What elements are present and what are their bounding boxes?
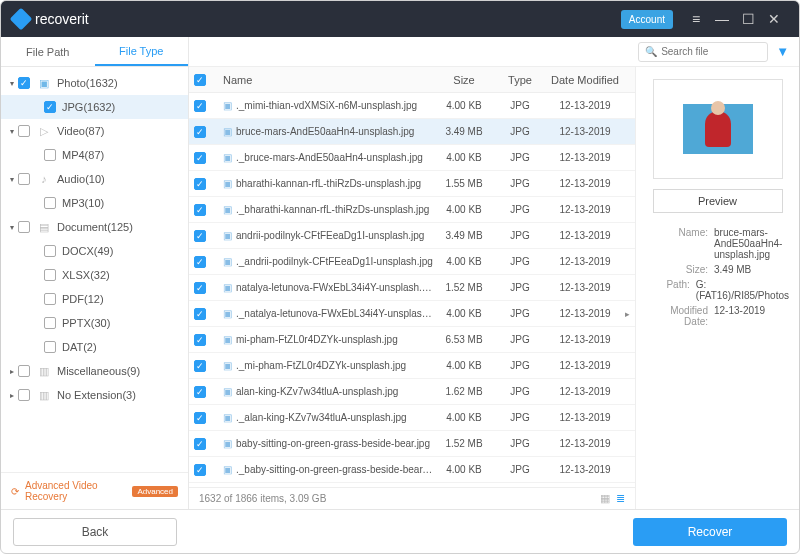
col-type[interactable]: Type — [495, 74, 545, 86]
row-checkbox[interactable] — [194, 282, 206, 294]
col-date[interactable]: Date Modified — [545, 74, 625, 86]
image-icon: ▣ — [223, 464, 232, 475]
tree-item[interactable]: ▾▤Document(125) — [1, 215, 188, 239]
table-row[interactable]: ▣bruce-mars-AndE50aaHn4-unsplash.jpg3.49… — [189, 119, 635, 145]
file-name: ._mimi-thian-vdXMSiX-n6M-unsplash.jpg — [236, 100, 417, 111]
tree-label: JPG(1632) — [62, 101, 115, 113]
row-checkbox[interactable] — [194, 412, 206, 424]
advanced-video-recovery[interactable]: ⟳ Advanced Video Recovery Advanced — [1, 472, 188, 509]
tree-checkbox[interactable] — [44, 197, 56, 209]
tree-item[interactable]: PDF(12) — [1, 287, 188, 311]
row-checkbox[interactable] — [194, 256, 206, 268]
tree-item[interactable]: MP3(10) — [1, 191, 188, 215]
table-row[interactable]: ▣._baby-sitting-on-green-grass-beside-be… — [189, 457, 635, 483]
tree-checkbox[interactable] — [18, 389, 30, 401]
file-size: 1.52 MB — [433, 282, 495, 293]
row-checkbox[interactable] — [194, 438, 206, 450]
row-checkbox[interactable] — [194, 464, 206, 476]
tree-checkbox[interactable] — [18, 125, 30, 137]
close-icon[interactable]: ✕ — [761, 11, 787, 27]
context-caret-icon[interactable]: ▸ — [625, 309, 635, 319]
caret-icon[interactable]: ▸ — [7, 367, 17, 376]
caret-icon[interactable]: ▸ — [7, 391, 17, 400]
grid-view-icon[interactable]: ▦ — [600, 492, 610, 505]
tab-file-type[interactable]: File Type — [95, 37, 189, 66]
col-size[interactable]: Size — [433, 74, 495, 86]
tree-item[interactable]: XLSX(32) — [1, 263, 188, 287]
table-row[interactable]: ▣._bruce-mars-AndE50aaHn4-unsplash.jpg4.… — [189, 145, 635, 171]
tree-item[interactable]: ▾▷Video(87) — [1, 119, 188, 143]
table-row[interactable]: ▣andrii-podilnyk-CFtFEeaDg1I-unsplash.jp… — [189, 223, 635, 249]
tree-item[interactable]: ▸▥Miscellaneous(9) — [1, 359, 188, 383]
brand-text: recoverit — [35, 11, 89, 27]
caret-icon[interactable]: ▾ — [7, 223, 17, 232]
table-row[interactable]: ▣natalya-letunova-FWxEbL34i4Y-unsplash.j… — [189, 275, 635, 301]
tree-checkbox[interactable] — [44, 269, 56, 281]
row-checkbox[interactable] — [194, 126, 206, 138]
table-row[interactable]: ▣bharathi-kannan-rfL-thiRzDs-unsplash.jp… — [189, 171, 635, 197]
tree-item[interactable]: PPTX(30) — [1, 311, 188, 335]
list-body[interactable]: ▣._mimi-thian-vdXMSiX-n6M-unsplash.jpg4.… — [189, 93, 635, 487]
tree-checkbox[interactable] — [44, 317, 56, 329]
row-checkbox[interactable] — [194, 152, 206, 164]
tree-checkbox[interactable] — [18, 365, 30, 377]
file-size: 4.00 KB — [433, 412, 495, 423]
tree-checkbox[interactable] — [44, 149, 56, 161]
tree-item[interactable]: ▾♪Audio(10) — [1, 167, 188, 191]
search-box[interactable]: 🔍 — [638, 42, 768, 62]
tree-checkbox[interactable] — [18, 173, 30, 185]
table-row[interactable]: ▣mi-pham-FtZL0r4DZYk-unsplash.jpg6.53 MB… — [189, 327, 635, 353]
image-icon: ▣ — [223, 100, 232, 111]
table-row[interactable]: ▣._natalya-letunova-FWxEbL34i4Y-unsplash… — [189, 301, 635, 327]
file-date: 12-13-2019 — [545, 308, 625, 319]
row-checkbox[interactable] — [194, 100, 206, 112]
misc-icon: ▥ — [36, 388, 52, 402]
row-checkbox[interactable] — [194, 360, 206, 372]
row-checkbox[interactable] — [194, 308, 206, 320]
image-icon: ▣ — [223, 178, 232, 189]
menu-icon[interactable]: ≡ — [683, 11, 709, 27]
tree[interactable]: ▾▣Photo(1632)JPG(1632)▾▷Video(87)MP4(87)… — [1, 67, 188, 472]
caret-icon[interactable]: ▾ — [7, 175, 17, 184]
table-row[interactable]: ▣._mimi-thian-vdXMSiX-n6M-unsplash.jpg4.… — [189, 93, 635, 119]
recover-button[interactable]: Recover — [633, 518, 787, 546]
table-row[interactable]: ▣._mi-pham-FtZL0r4DZYk-unsplash.jpg4.00 … — [189, 353, 635, 379]
table-row[interactable]: ▣._bharathi-kannan-rfL-thiRzDs-unsplash.… — [189, 197, 635, 223]
row-checkbox[interactable] — [194, 178, 206, 190]
search-input[interactable] — [661, 46, 761, 57]
tree-item[interactable]: ▾▣Photo(1632) — [1, 71, 188, 95]
col-name[interactable]: Name — [217, 74, 433, 86]
tree-item[interactable]: MP4(87) — [1, 143, 188, 167]
filter-icon[interactable]: ▼ — [776, 44, 789, 59]
table-row[interactable]: ▣alan-king-KZv7w34tluA-unsplash.jpg1.62 … — [189, 379, 635, 405]
tab-file-path[interactable]: File Path — [1, 37, 95, 66]
tree-item[interactable]: DOCX(49) — [1, 239, 188, 263]
row-checkbox[interactable] — [194, 204, 206, 216]
tree-checkbox[interactable] — [44, 245, 56, 257]
tree-checkbox[interactable] — [44, 101, 56, 113]
minimize-icon[interactable]: — — [709, 11, 735, 27]
preview-button[interactable]: Preview — [653, 189, 783, 213]
tree-checkbox[interactable] — [44, 341, 56, 353]
back-button[interactable]: Back — [13, 518, 177, 546]
caret-icon[interactable]: ▾ — [7, 79, 17, 88]
tree-item[interactable]: ▸▥No Extension(3) — [1, 383, 188, 407]
tree-item[interactable]: DAT(2) — [1, 335, 188, 359]
row-checkbox[interactable] — [194, 334, 206, 346]
table-row[interactable]: ▣._andrii-podilnyk-CFtFEeaDg1I-unsplash.… — [189, 249, 635, 275]
file-name: ._alan-king-KZv7w34tluA-unsplash.jpg — [236, 412, 407, 423]
account-button[interactable]: Account — [621, 10, 673, 29]
tree-checkbox[interactable] — [44, 293, 56, 305]
table-row[interactable]: ▣baby-sitting-on-green-grass-beside-bear… — [189, 431, 635, 457]
maximize-icon[interactable]: ☐ — [735, 11, 761, 27]
file-size: 1.52 MB — [433, 438, 495, 449]
select-all-checkbox[interactable] — [194, 74, 206, 86]
row-checkbox[interactable] — [194, 230, 206, 242]
table-row[interactable]: ▣._alan-king-KZv7w34tluA-unsplash.jpg4.0… — [189, 405, 635, 431]
list-view-icon[interactable]: ≣ — [616, 492, 625, 505]
caret-icon[interactable]: ▾ — [7, 127, 17, 136]
row-checkbox[interactable] — [194, 386, 206, 398]
tree-checkbox[interactable] — [18, 77, 30, 89]
tree-item[interactable]: JPG(1632) — [1, 95, 188, 119]
tree-checkbox[interactable] — [18, 221, 30, 233]
